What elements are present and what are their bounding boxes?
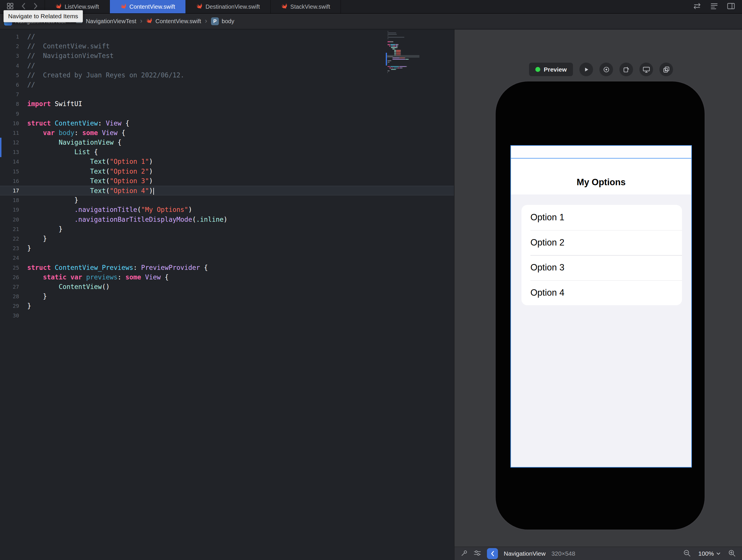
minimap[interactable] <box>387 31 425 106</box>
code-token: var <box>43 129 55 137</box>
code-line[interactable]: .navigationTitle("My Options") <box>0 205 454 214</box>
device-settings-button[interactable] <box>639 62 653 77</box>
code-line[interactable]: ContentView() <box>0 282 454 292</box>
back-chevron-icon[interactable] <box>21 2 26 11</box>
code-line[interactable] <box>0 90 454 99</box>
breadcrumb-label: ContentView.swift <box>155 18 201 24</box>
code-token <box>27 177 90 185</box>
preview-screen[interactable]: My Options Option 1Option 2Option 3Optio… <box>511 145 692 467</box>
code-line[interactable]: Text("Option 2") <box>0 167 454 176</box>
code-line[interactable]: struct ContentView: View { <box>0 118 454 128</box>
code-editor[interactable]: //// ContentView.swift// NavigationViewT… <box>0 30 454 560</box>
zoom-in-icon[interactable] <box>728 549 736 558</box>
code-token: // <box>27 33 35 40</box>
code-line[interactable]: struct ContentView_Previews: PreviewProv… <box>0 263 454 272</box>
inspector-toggle-icon[interactable] <box>727 3 735 11</box>
code-line[interactable]: .navigationBarTitleDisplayMode(.inline) <box>0 215 454 224</box>
minimap-token <box>387 46 389 46</box>
code-line[interactable] <box>0 311 454 320</box>
zoom-level-dropdown[interactable]: 100% <box>698 550 721 557</box>
code-line[interactable]: // ContentView.swift <box>0 42 454 51</box>
code-line[interactable]: } <box>0 234 454 244</box>
minimap-line <box>387 73 425 74</box>
code-line[interactable]: } <box>0 224 454 234</box>
minimap-token <box>387 72 388 73</box>
minimap-token <box>396 50 401 51</box>
breadcrumb-symbol[interactable]: P body <box>211 17 234 25</box>
code-token: ( <box>106 167 110 175</box>
minimap-token <box>391 69 395 70</box>
code-line[interactable]: // <box>0 32 454 42</box>
forward-chevron-icon[interactable] <box>33 2 38 11</box>
swap-editors-icon[interactable] <box>693 3 701 11</box>
code-token: ( <box>137 206 141 213</box>
breadcrumb-group[interactable]: NavigationViewTest <box>75 17 136 25</box>
code-line[interactable]: Text("Option 4") <box>0 186 454 195</box>
code-line[interactable]: } <box>0 301 454 311</box>
orientation-button[interactable] <box>619 62 633 77</box>
selected-view-chevron-button[interactable] <box>487 548 498 559</box>
list-item[interactable]: Option 3 <box>521 255 682 280</box>
code-line[interactable] <box>0 253 454 263</box>
code-token <box>27 273 43 281</box>
code-line[interactable]: } <box>0 244 454 253</box>
code-token: View <box>102 129 117 137</box>
code-token <box>51 264 55 271</box>
list-item[interactable]: Option 4 <box>521 280 682 306</box>
code-line[interactable]: // Created by Juan Reyes on 2022/06/12. <box>0 70 454 80</box>
code-token: : <box>133 264 141 271</box>
code-line[interactable]: var body: some View { <box>0 128 454 138</box>
editor-options-icon[interactable] <box>710 3 718 11</box>
code-line[interactable]: Text("Option 1") <box>0 157 454 166</box>
selected-view-size: 320×548 <box>551 550 575 557</box>
minimap-lines <box>387 31 425 74</box>
code-token: // <box>27 62 35 69</box>
zoom-out-icon[interactable] <box>683 549 691 558</box>
duplicate-preview-button[interactable] <box>659 62 673 77</box>
code-token <box>27 129 43 137</box>
code-token: // ContentView.swift <box>27 42 110 50</box>
minimap-token <box>387 62 389 63</box>
code-token <box>27 148 74 156</box>
code-token: SwiftUI <box>51 100 82 107</box>
list-item[interactable]: Option 1 <box>521 205 682 230</box>
code-line[interactable]: // <box>0 80 454 90</box>
minimap-token <box>401 53 401 54</box>
code-token: () <box>102 283 110 291</box>
list-item[interactable]: Option 2 <box>521 230 682 255</box>
code-line[interactable]: } <box>0 292 454 301</box>
code-token <box>66 273 70 281</box>
minimap-token <box>396 44 398 45</box>
code-line[interactable]: Text("Option 3") <box>0 176 454 186</box>
minimap-token <box>387 44 390 45</box>
preview-status-button[interactable]: Preview <box>529 62 573 77</box>
pin-icon[interactable] <box>461 550 468 558</box>
code-token: "Option 1" <box>110 158 149 165</box>
code-line[interactable]: static var previews: some View { <box>0 272 454 282</box>
live-preview-button[interactable] <box>579 62 593 77</box>
code-line[interactable]: } <box>0 195 454 205</box>
code-token: Text <box>90 158 106 165</box>
code-token: some <box>125 273 141 281</box>
code-line[interactable] <box>0 109 454 118</box>
code-token <box>82 273 86 281</box>
code-token: struct <box>27 264 51 271</box>
tab-stackview-swift[interactable]: StackView.swift <box>271 0 341 13</box>
tab-contentview-swift[interactable]: ContentView.swift <box>110 0 186 13</box>
tab-destinationview-swift[interactable]: DestinationView.swift <box>186 0 271 13</box>
code-token: ( <box>106 187 110 195</box>
minimap-token <box>392 59 405 60</box>
related-items-grid-icon[interactable] <box>6 2 14 11</box>
canvas-settings-sliders-icon[interactable] <box>474 550 481 558</box>
code-line[interactable]: List { <box>0 147 454 157</box>
code-line[interactable]: NavigationView { <box>0 138 454 147</box>
breadcrumb-file[interactable]: ContentView.swift <box>146 17 201 25</box>
inspect-mode-button[interactable] <box>599 62 613 77</box>
code-line[interactable]: import SwiftUI <box>0 99 454 109</box>
code-token: ( <box>106 158 110 165</box>
chevron-down-icon <box>716 552 721 555</box>
code-token: View <box>145 273 161 281</box>
code-token: : <box>98 119 106 127</box>
minimap-token <box>390 66 399 67</box>
code-token: Text <box>90 187 106 195</box>
